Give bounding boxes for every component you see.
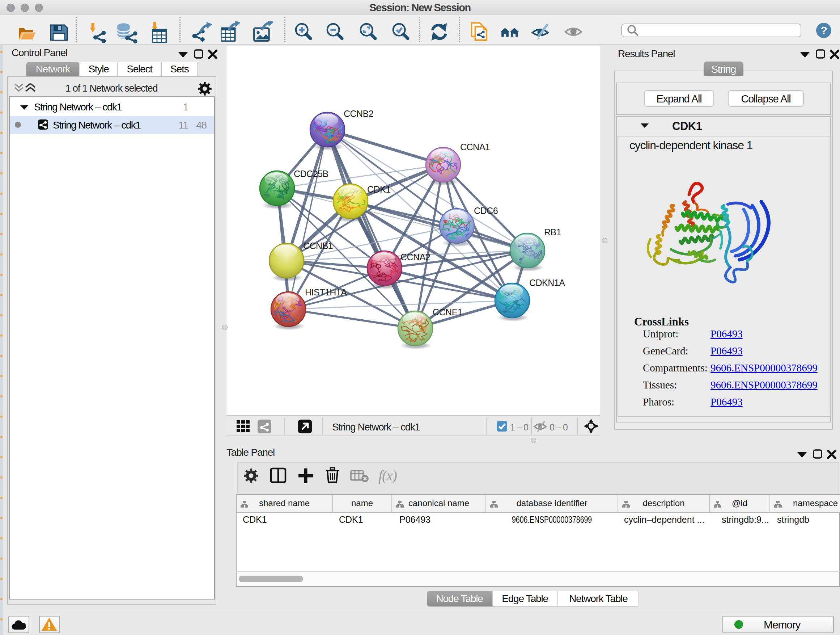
svg-text:CCNE1: CCNE1 [433, 307, 462, 317]
svg-text:RB1: RB1 [544, 227, 561, 237]
svg-text:CCNB1: CCNB1 [303, 241, 333, 251]
svg-text:CDK1: CDK1 [367, 184, 391, 195]
svg-text:CCNB2: CCNB2 [344, 109, 373, 119]
svg-text:CCNA2: CCNA2 [401, 252, 430, 262]
svg-text:CDC25B: CDC25B [294, 169, 328, 179]
svg-text:CDC6: CDC6 [474, 206, 498, 216]
svg-text:HIST1H1A: HIST1H1A [305, 287, 347, 297]
svg-text:CCNA1: CCNA1 [460, 142, 490, 152]
svg-text:CDKN1A: CDKN1A [529, 278, 565, 288]
